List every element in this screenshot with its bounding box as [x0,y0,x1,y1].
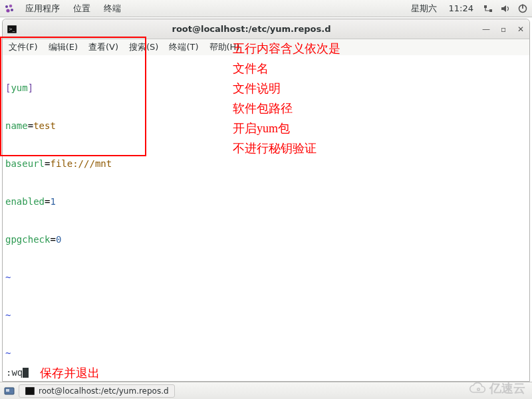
svg-rect-5 [489,9,492,12]
vim-line-enabled: enabled=1 [5,196,527,208]
terminal-icon [25,386,35,396]
maximize-button[interactable]: ▫ [499,25,508,34]
svg-point-3 [11,9,13,11]
sound-icon[interactable] [500,3,511,14]
minimize-button[interactable]: — [481,25,491,34]
menu-applications[interactable]: 应用程序 [23,3,63,15]
menu-file[interactable]: 文件(F) [5,41,41,53]
panel-left: 应用程序 位置 终端 [4,3,124,15]
vim-line-gpgcheck: gpgcheck=0 [5,233,527,246]
annotation-line: 文件说明 [233,78,340,98]
annotation-line: 软件包路径 [233,98,340,118]
panel-right: 星期六 11:24 [408,3,528,15]
annotation-line: 不进行秘钥验证 [233,138,340,158]
taskbar-item-label: root@localhost:/etc/yum.repos.d [39,386,169,396]
annotation-line: 文件名 [233,59,340,78]
svg-text:>_: >_ [9,27,15,32]
cloud-icon [467,382,487,395]
vim-tilde: ~ [5,309,527,322]
vim-tilde: ~ [5,347,527,360]
network-icon[interactable] [483,3,493,14]
menu-places[interactable]: 位置 [70,3,93,15]
cursor-block [23,368,29,378]
menu-search[interactable]: 搜索(S) [126,41,162,53]
vim-line-baseurl: baseurl=file:///mnt [5,158,527,170]
watermark: 亿速云 [467,380,525,396]
svg-point-2 [6,9,9,12]
day-label: 星期六 [408,3,440,15]
show-desktop-icon[interactable] [4,386,15,396]
menu-terminal[interactable]: 终端(T) [166,41,201,53]
close-button[interactable]: ✕ [516,25,525,34]
top-panel: 应用程序 位置 终端 星期六 11:24 [0,0,532,17]
distro-icon[interactable] [4,3,15,14]
annotation-line: 开启yum包 [233,118,340,138]
svg-point-15 [477,388,480,391]
clock[interactable]: 11:24 [446,3,476,13]
terminal-icon: >_ [7,24,17,35]
svg-rect-4 [484,5,487,8]
taskbar-item[interactable]: root@localhost:/etc/yum.repos.d [19,384,175,398]
svg-point-1 [9,4,13,7]
menu-view[interactable]: 查看(V) [85,41,122,53]
vim-tilde: ~ [5,271,527,284]
vim-command-line[interactable]: :wq [3,365,31,380]
window-title: root@localhost:/etc/yum.repos.d [21,24,481,34]
annotation-bottom: 保存并退出 [40,363,100,383]
window-buttons: — ▫ ✕ [481,25,525,34]
annotation-line: 五行内容含义依次是 [233,39,340,59]
menu-terminal[interactable]: 终端 [101,3,124,15]
watermark-text: 亿速云 [489,380,525,396]
annotation-block: 五行内容含义依次是 文件名 文件说明 软件包路径 开启yum包 不进行秘钥验证 [233,39,340,158]
svg-rect-12 [6,389,9,392]
svg-rect-14 [26,388,34,394]
bottom-panel: root@localhost:/etc/yum.repos.d [0,382,532,399]
power-icon[interactable] [517,3,528,14]
titlebar[interactable]: >_ root@localhost:/etc/yum.repos.d — ▫ ✕ [3,19,529,39]
svg-point-0 [5,5,8,8]
menu-edit[interactable]: 编辑(E) [45,41,81,53]
